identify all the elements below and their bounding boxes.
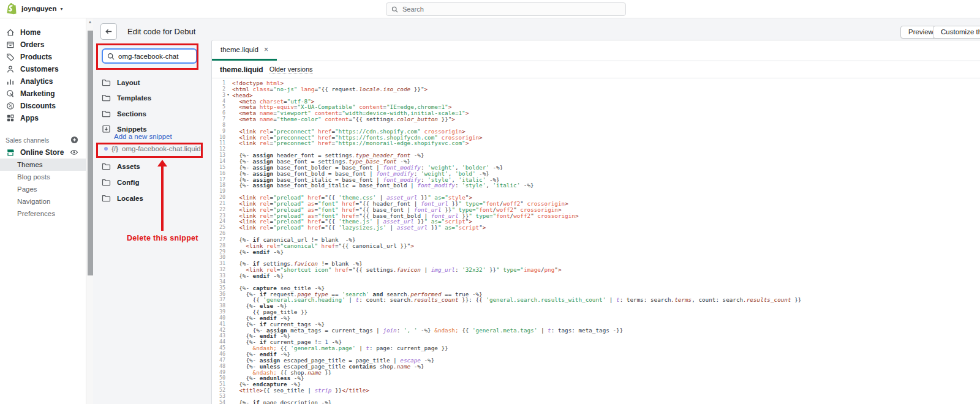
fold-spacer	[225, 267, 231, 273]
fold-spacer	[225, 351, 231, 357]
sidebar-item-products[interactable]: Products	[0, 51, 86, 63]
folder-open-icon	[102, 124, 111, 133]
sidebar-item-blog-posts[interactable]: Blog posts	[0, 171, 86, 183]
code-line: 28 <link rel="canonical" href="{{ canoni…	[212, 243, 980, 249]
folder-icon	[102, 162, 111, 171]
fold-spacer	[225, 80, 231, 86]
fold-arrow-icon[interactable]: ▾	[225, 92, 231, 99]
sidebar-item-navigation[interactable]: Navigation	[0, 195, 86, 208]
code-line: 50 {%- endunless -%}	[212, 375, 980, 381]
file-search-input[interactable]	[118, 53, 192, 60]
fold-spacer	[225, 364, 231, 370]
fold-spacer	[225, 207, 231, 213]
fold-spacer	[225, 110, 231, 116]
code-line: 37 {{ 'general.search.heading' | t: coun…	[212, 297, 980, 303]
add-new-snippet-link[interactable]: Add a new snippet	[114, 133, 172, 140]
fold-spacer	[225, 225, 231, 231]
line-number: 54	[212, 400, 225, 404]
folder-icon	[102, 78, 111, 87]
fold-spacer	[225, 279, 231, 285]
file-name: theme.liquid	[220, 65, 263, 74]
fold-spacer	[225, 375, 231, 381]
main-content: Edit code for Debut Preview Customize th…	[93, 18, 980, 404]
code-line: 25 <link rel="preload" href="{{ 'lazysiz…	[212, 225, 980, 231]
global-search-input[interactable]	[402, 6, 620, 13]
sidebar-item-label: Orders	[20, 40, 44, 49]
sidebar-item-label: Apps	[20, 114, 39, 122]
code-text: {%- assign base_font_bold_italic = base_…	[231, 182, 534, 189]
fold-spacer	[225, 303, 231, 309]
code-text: <link rel="preconnect" href="https://mon…	[231, 140, 469, 146]
code-line: 3▾<head>	[212, 92, 980, 99]
fold-spacer	[225, 129, 231, 135]
folder-icon	[102, 109, 111, 118]
sidebar-item-label: Analytics	[20, 77, 53, 86]
eye-icon[interactable]	[70, 148, 78, 157]
scrollbar[interactable]: ▲	[86, 18, 93, 404]
code-line: 2<html class="no-js" lang="{{ request.lo…	[212, 86, 980, 92]
code-lines[interactable]: 1<!doctype html>2<html class="no-js" lan…	[212, 78, 980, 404]
unsaved-dot-icon	[104, 147, 108, 151]
sidebar-item-label: Products	[20, 53, 52, 61]
code-text: <meta name="theme-color" content="{{ set…	[231, 116, 455, 122]
sidebar-item-home[interactable]: Home	[0, 26, 86, 39]
sidebar-item-discounts[interactable]: Discounts	[0, 100, 86, 112]
close-icon[interactable]: ×	[264, 46, 268, 53]
fold-spacer	[225, 249, 231, 255]
folder-locales[interactable]: Locales	[102, 193, 143, 203]
scrollbar-thumb[interactable]	[88, 31, 93, 275]
storefront-icon	[6, 148, 15, 157]
fold-spacer	[225, 357, 231, 364]
code-line: 49 &ndash; {{ shop.name }}	[212, 370, 980, 376]
code-text: {%- if page_description -%}	[231, 400, 331, 404]
older-versions-link[interactable]: Older versions	[270, 65, 313, 73]
folder-assets[interactable]: Assets	[102, 161, 140, 171]
fold-spacer	[225, 339, 231, 345]
code-text: {{ 'general.search.heading' | t: count: …	[231, 297, 801, 303]
folder-layout[interactable]: Layout	[102, 77, 140, 88]
store-menu[interactable]: joynguyen ▾	[6, 2, 63, 15]
folder-sections[interactable]: Sections	[102, 108, 146, 119]
fold-spacer	[225, 243, 231, 249]
add-channel-icon[interactable]	[70, 136, 78, 144]
sidebar-item-label: Home	[20, 28, 40, 37]
back-button[interactable]	[100, 23, 117, 40]
fold-spacer	[225, 159, 231, 165]
discount-icon	[6, 102, 15, 111]
fold-spacer	[225, 189, 231, 195]
folder-templates[interactable]: Templates	[102, 92, 151, 103]
fold-spacer	[225, 237, 231, 243]
person-icon	[6, 65, 15, 74]
fold-spacer	[225, 213, 231, 219]
editor-tab-bar: theme.liquid ×	[212, 40, 980, 61]
file-search-box[interactable]	[102, 48, 197, 64]
customize-theme-button[interactable]: Customize theme	[933, 26, 980, 39]
sidebar-item-customers[interactable]: Customers	[0, 63, 86, 75]
fold-spacer	[225, 394, 231, 400]
folder-config[interactable]: Config	[102, 177, 139, 187]
sidebar-item-apps[interactable]: Apps	[0, 112, 86, 124]
sidebar-item-pages[interactable]: Pages	[0, 183, 86, 195]
sidebar-item-marketing[interactable]: Marketing	[0, 88, 86, 100]
sidebar-item-online-store[interactable]: Online Store	[0, 146, 86, 159]
fold-spacer	[225, 86, 231, 92]
sidebar-item-preferences[interactable]: Preferences	[0, 208, 86, 220]
search-icon	[391, 6, 398, 13]
sidebar-item-analytics[interactable]: Analytics	[0, 75, 86, 88]
code-line: 33 {%- endif -%}	[212, 273, 980, 279]
global-search[interactable]	[386, 2, 626, 16]
fold-spacer	[225, 309, 231, 315]
snippet-file-omg-facebook-chat[interactable]: {/} omg-facebook-chat.liquid	[104, 145, 201, 152]
fold-spacer	[225, 99, 231, 105]
tab-theme-liquid[interactable]: theme.liquid ×	[212, 40, 277, 61]
scrollbar-up-icon[interactable]: ▲	[86, 20, 94, 24]
fold-spacer	[225, 201, 231, 207]
fold-spacer	[225, 116, 231, 122]
fold-spacer	[225, 122, 231, 129]
sidebar-item-orders[interactable]: Orders	[0, 39, 86, 51]
code-line: 52 <title>{{ seo_title | strip }}</title…	[212, 387, 980, 394]
sidebar-item-themes[interactable]: Themes	[0, 159, 86, 171]
marketing-icon	[6, 89, 15, 99]
fold-spacer	[225, 345, 231, 351]
code-line: 54 {%- if page_description -%}	[212, 400, 980, 404]
